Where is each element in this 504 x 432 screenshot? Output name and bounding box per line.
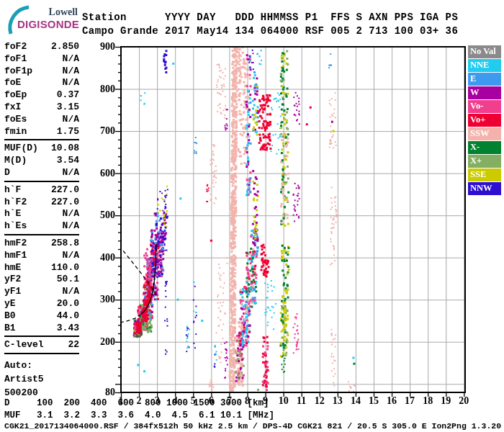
param-value: N/A — [63, 250, 79, 262]
param-value: N/A — [63, 77, 79, 89]
legend-item-ssw: SSW — [468, 127, 501, 140]
param-label: yE — [4, 298, 16, 310]
header-line-1: Station YYYY DAY DDD HHMMSS P1 FFS S AXN… — [82, 11, 458, 24]
param-value: 110.0 — [51, 262, 79, 274]
param-label: fxI — [4, 102, 21, 114]
y-axis-tick-label: 800 — [85, 84, 115, 95]
param-group: C-level22 — [4, 339, 79, 354]
param-value: 44.0 — [57, 310, 79, 323]
param-row: fxI3.15 — [4, 102, 79, 114]
param-row: h`EsN/A — [4, 220, 79, 233]
param-group: h`F227.0h`F2227.0h`EN/Ah`EsN/A — [4, 184, 79, 235]
direction-legend: No ValNNEEWVo-Vo+SSWX-X+SSENNW — [468, 45, 501, 196]
x-axis-tick-label: 20 — [454, 395, 473, 407]
param-row: yF250.1 — [4, 274, 79, 286]
y-axis-tick-label: 400 — [85, 252, 115, 264]
param-label: foEs — [4, 114, 27, 126]
panel-footer-line: Artist5 — [4, 372, 79, 386]
param-row: foF22.850 — [4, 41, 79, 53]
ionogram-screen: Lowell DIGISONDE Station YYYY DAY DDD HH… — [0, 0, 504, 432]
legend-item-nnw: NNW — [468, 182, 501, 195]
header-text: Station YYYY DAY DDD HHMMSS P1 FFS S AXN… — [82, 11, 458, 38]
param-value: 20.0 — [57, 298, 79, 310]
param-label: hmF1 — [4, 250, 27, 262]
param-label: D — [4, 167, 10, 179]
param-row: foF1pN/A — [4, 66, 79, 78]
x-axis-tick-label: 17 — [400, 395, 419, 407]
y-axis-tick-label: 300 — [85, 294, 115, 305]
param-label: foF1p — [4, 66, 32, 78]
param-label: fmin — [4, 126, 27, 138]
x-axis-tick-label: 13 — [328, 395, 347, 407]
legend-item-w: W — [468, 86, 501, 99]
x-axis-tick-label: 12 — [310, 395, 329, 407]
y-axis-tick-label: 500 — [85, 210, 115, 221]
param-label: h`F — [4, 184, 21, 197]
param-label: B0 — [4, 310, 16, 323]
digisonde-logo: Lowell DIGISONDE — [4, 4, 79, 35]
param-group: MUF(D)10.08M(D)3.54DN/A — [4, 143, 79, 181]
param-row: fmin1.75 — [4, 126, 79, 138]
logo-lowell: Lowell — [49, 6, 78, 18]
legend-item-vo-: Vo+ — [468, 114, 501, 127]
y-axis-tick-label: 200 — [85, 336, 115, 348]
x-axis-tick-label: 11 — [292, 395, 311, 407]
param-label: B1 — [4, 323, 16, 335]
param-value: 22 — [68, 339, 79, 351]
param-value: 258.8 — [51, 238, 79, 250]
param-value: N/A — [63, 286, 79, 298]
param-label: hmF2 — [4, 238, 27, 250]
param-row: B044.0 — [4, 310, 79, 323]
param-row: yF1N/A — [4, 286, 79, 298]
param-label: yF2 — [4, 274, 21, 286]
param-value: N/A — [63, 208, 79, 220]
param-row: hmE110.0 — [4, 262, 79, 274]
logo-digisonde: DIGISONDE — [17, 18, 79, 30]
legend-item-x-: X+ — [468, 155, 501, 168]
x-axis-tick-label: 14 — [346, 395, 365, 407]
file-info: CGK21_2017134064000.RSF / 384fx512h 50 k… — [4, 421, 504, 431]
param-row: h`EN/A — [4, 208, 79, 220]
param-value: 227.0 — [51, 184, 79, 197]
param-label: hmE — [4, 262, 21, 274]
param-value: N/A — [63, 220, 79, 233]
param-value: 227.0 — [51, 197, 79, 209]
param-label: yF1 — [4, 286, 21, 298]
autoscaling-info: Auto:Artist5500200 — [4, 359, 79, 400]
x-axis-tick-label: 15 — [364, 395, 383, 407]
param-value: 0.37 — [57, 89, 79, 102]
param-row: foEN/A — [4, 77, 79, 89]
header-line-2: Campo Grande 2017 May14 134 064000 RSF 0… — [82, 24, 458, 38]
parameter-panel: foF22.850foF1N/AfoF1pN/AfoEN/AfoEp0.37fx… — [4, 41, 79, 400]
param-row: foEp0.37 — [4, 89, 79, 102]
param-row: yE20.0 — [4, 298, 79, 310]
param-row: M(D)3.54 — [4, 155, 79, 167]
param-label: foF1 — [4, 53, 27, 66]
x-axis-tick-label: 10 — [274, 395, 293, 407]
param-label: foEp — [4, 89, 27, 102]
param-value: 3.54 — [57, 155, 79, 167]
param-row: C-level22 — [4, 339, 79, 351]
param-row: hmF2258.8 — [4, 238, 79, 250]
param-label: foE — [4, 77, 21, 89]
legend-item-sse: SSE — [468, 168, 501, 181]
param-label: foF2 — [4, 41, 27, 53]
y-axis-tick-label: 900 — [85, 41, 115, 53]
y-axis-tick-label: 700 — [85, 125, 115, 137]
x-axis-tick-label: 19 — [436, 395, 455, 407]
y-axis-tick-label: 80 — [85, 387, 115, 398]
param-row: h`F2227.0 — [4, 197, 79, 209]
legend-item-x-: X- — [468, 141, 501, 154]
param-label: h`E — [4, 208, 21, 220]
param-label: h`Es — [4, 220, 27, 233]
x-axis-tick-label: 18 — [418, 395, 437, 407]
param-label: M(D) — [4, 155, 27, 167]
x-axis-tick-label: 16 — [382, 395, 401, 407]
param-value: 10.08 — [51, 143, 79, 155]
param-label: MUF(D) — [4, 143, 38, 155]
param-value: 3.15 — [57, 102, 79, 114]
dmuf-line-d: D 100 200 400 600 800 1000 1500 3000 [km… — [4, 397, 274, 410]
y-axis-tick-label: 600 — [85, 168, 115, 179]
param-value: 1.75 — [57, 126, 79, 138]
param-group: hmF2258.8hmF1N/AhmE110.0yF250.1yF1N/AyE2… — [4, 238, 79, 337]
